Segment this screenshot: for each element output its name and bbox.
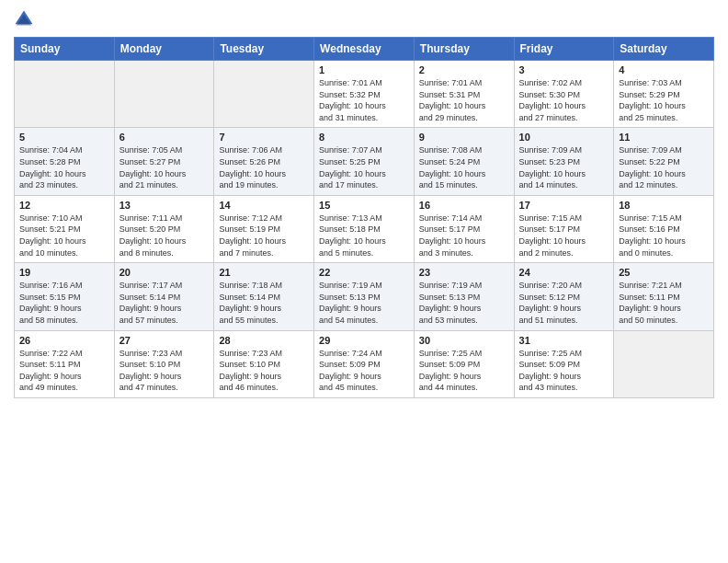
day-number: 6 [119,132,210,143]
weekday-header: Friday [514,38,614,61]
weekday-header: Thursday [414,38,514,61]
day-number: 2 [419,64,509,75]
calendar-cell: 2Sunrise: 7:01 AMSunset: 5:31 PMDaylight… [414,61,514,128]
day-info: Sunrise: 7:01 AMSunset: 5:32 PMDaylight:… [319,77,409,123]
calendar-cell: 23Sunrise: 7:19 AMSunset: 5:13 PMDayligh… [414,263,514,330]
page: SundayMondayTuesdayWednesdayThursdayFrid… [0,0,728,563]
day-number: 7 [219,132,309,143]
day-number: 24 [519,267,609,278]
day-info: Sunrise: 7:22 AMSunset: 5:11 PMDaylight:… [19,348,109,394]
day-number: 23 [419,267,509,278]
weekday-header: Tuesday [214,38,314,61]
day-number: 3 [519,64,609,75]
calendar-cell: 1Sunrise: 7:01 AMSunset: 5:32 PMDaylight… [314,61,415,128]
calendar-cell: 31Sunrise: 7:25 AMSunset: 5:09 PMDayligh… [514,330,614,397]
calendar-cell: 29Sunrise: 7:24 AMSunset: 5:09 PMDayligh… [314,330,415,397]
day-number: 28 [219,335,309,346]
calendar-cell: 30Sunrise: 7:25 AMSunset: 5:09 PMDayligh… [414,330,514,397]
day-info: Sunrise: 7:15 AMSunset: 5:17 PMDaylight:… [519,213,609,259]
calendar-cell [214,61,314,128]
day-info: Sunrise: 7:13 AMSunset: 5:18 PMDaylight:… [319,213,409,259]
calendar-cell: 28Sunrise: 7:23 AMSunset: 5:10 PMDayligh… [214,330,314,397]
day-number: 25 [619,267,709,278]
day-info: Sunrise: 7:23 AMSunset: 5:10 PMDaylight:… [119,348,210,394]
day-number: 4 [619,64,709,75]
calendar-cell: 15Sunrise: 7:13 AMSunset: 5:18 PMDayligh… [314,195,415,262]
weekday-header: Monday [114,38,214,61]
header [14,9,714,31]
day-info: Sunrise: 7:09 AMSunset: 5:22 PMDaylight:… [619,144,709,190]
calendar-week-row: 5Sunrise: 7:04 AMSunset: 5:28 PMDaylight… [15,128,714,195]
calendar-cell: 11Sunrise: 7:09 AMSunset: 5:22 PMDayligh… [614,128,714,195]
day-number: 22 [319,267,409,278]
weekday-header-row: SundayMondayTuesdayWednesdayThursdayFrid… [15,38,714,61]
calendar-cell: 25Sunrise: 7:21 AMSunset: 5:11 PMDayligh… [614,263,714,330]
day-number: 5 [19,132,109,143]
day-info: Sunrise: 7:04 AMSunset: 5:28 PMDaylight:… [19,144,109,190]
day-info: Sunrise: 7:09 AMSunset: 5:23 PMDaylight:… [519,144,609,190]
day-info: Sunrise: 7:25 AMSunset: 5:09 PMDaylight:… [519,348,609,394]
calendar-table: SundayMondayTuesdayWednesdayThursdayFrid… [14,37,714,398]
calendar-cell: 6Sunrise: 7:05 AMSunset: 5:27 PMDaylight… [114,128,214,195]
calendar-cell: 27Sunrise: 7:23 AMSunset: 5:10 PMDayligh… [114,330,214,397]
day-info: Sunrise: 7:07 AMSunset: 5:25 PMDaylight:… [319,144,409,190]
logo-icon [14,9,34,29]
day-info: Sunrise: 7:10 AMSunset: 5:21 PMDaylight:… [19,213,109,259]
calendar-cell: 13Sunrise: 7:11 AMSunset: 5:20 PMDayligh… [114,195,214,262]
calendar-cell: 20Sunrise: 7:17 AMSunset: 5:14 PMDayligh… [114,263,214,330]
day-number: 12 [19,200,109,211]
calendar-cell: 7Sunrise: 7:06 AMSunset: 5:26 PMDaylight… [214,128,314,195]
day-number: 18 [619,200,709,211]
day-info: Sunrise: 7:14 AMSunset: 5:17 PMDaylight:… [419,213,509,259]
day-number: 16 [419,200,509,211]
day-number: 21 [219,267,309,278]
calendar-cell [114,61,214,128]
day-info: Sunrise: 7:19 AMSunset: 5:13 PMDaylight:… [419,280,509,326]
calendar-week-row: 26Sunrise: 7:22 AMSunset: 5:11 PMDayligh… [15,330,714,397]
day-info: Sunrise: 7:24 AMSunset: 5:09 PMDaylight:… [319,348,409,394]
calendar-cell: 18Sunrise: 7:15 AMSunset: 5:16 PMDayligh… [614,195,714,262]
day-number: 19 [19,267,109,278]
calendar-cell: 22Sunrise: 7:19 AMSunset: 5:13 PMDayligh… [314,263,415,330]
day-info: Sunrise: 7:12 AMSunset: 5:19 PMDaylight:… [219,213,309,259]
calendar-cell: 5Sunrise: 7:04 AMSunset: 5:28 PMDaylight… [15,128,115,195]
calendar-cell: 17Sunrise: 7:15 AMSunset: 5:17 PMDayligh… [514,195,614,262]
day-info: Sunrise: 7:11 AMSunset: 5:20 PMDaylight:… [119,213,210,259]
day-info: Sunrise: 7:05 AMSunset: 5:27 PMDaylight:… [119,144,210,190]
calendar-cell: 8Sunrise: 7:07 AMSunset: 5:25 PMDaylight… [314,128,415,195]
calendar-week-row: 1Sunrise: 7:01 AMSunset: 5:32 PMDaylight… [15,61,714,128]
calendar-cell: 24Sunrise: 7:20 AMSunset: 5:12 PMDayligh… [514,263,614,330]
day-info: Sunrise: 7:03 AMSunset: 5:29 PMDaylight:… [619,77,709,123]
calendar-cell: 14Sunrise: 7:12 AMSunset: 5:19 PMDayligh… [214,195,314,262]
calendar-week-row: 19Sunrise: 7:16 AMSunset: 5:15 PMDayligh… [15,263,714,330]
day-number: 29 [319,335,409,346]
weekday-header: Saturday [614,38,714,61]
calendar-body: 1Sunrise: 7:01 AMSunset: 5:32 PMDaylight… [15,61,714,398]
day-number: 15 [319,200,409,211]
day-number: 17 [519,200,609,211]
day-info: Sunrise: 7:08 AMSunset: 5:24 PMDaylight:… [419,144,509,190]
day-info: Sunrise: 7:18 AMSunset: 5:14 PMDaylight:… [219,280,309,326]
calendar-cell: 19Sunrise: 7:16 AMSunset: 5:15 PMDayligh… [15,263,115,330]
day-info: Sunrise: 7:02 AMSunset: 5:30 PMDaylight:… [519,77,609,123]
day-info: Sunrise: 7:06 AMSunset: 5:26 PMDaylight:… [219,144,309,190]
calendar-cell: 9Sunrise: 7:08 AMSunset: 5:24 PMDaylight… [414,128,514,195]
calendar-cell: 3Sunrise: 7:02 AMSunset: 5:30 PMDaylight… [514,61,614,128]
day-info: Sunrise: 7:17 AMSunset: 5:14 PMDaylight:… [119,280,210,326]
calendar-week-row: 12Sunrise: 7:10 AMSunset: 5:21 PMDayligh… [15,195,714,262]
calendar-cell [15,61,115,128]
day-info: Sunrise: 7:25 AMSunset: 5:09 PMDaylight:… [419,348,509,394]
calendar-cell: 4Sunrise: 7:03 AMSunset: 5:29 PMDaylight… [614,61,714,128]
day-info: Sunrise: 7:20 AMSunset: 5:12 PMDaylight:… [519,280,609,326]
calendar-cell: 21Sunrise: 7:18 AMSunset: 5:14 PMDayligh… [214,263,314,330]
weekday-header: Sunday [15,38,115,61]
day-number: 10 [519,132,609,143]
day-number: 31 [519,335,609,346]
calendar-cell: 12Sunrise: 7:10 AMSunset: 5:21 PMDayligh… [15,195,115,262]
day-number: 9 [419,132,509,143]
day-info: Sunrise: 7:16 AMSunset: 5:15 PMDaylight:… [19,280,109,326]
day-number: 27 [119,335,210,346]
calendar-cell: 16Sunrise: 7:14 AMSunset: 5:17 PMDayligh… [414,195,514,262]
calendar-cell [614,330,714,397]
day-number: 30 [419,335,509,346]
